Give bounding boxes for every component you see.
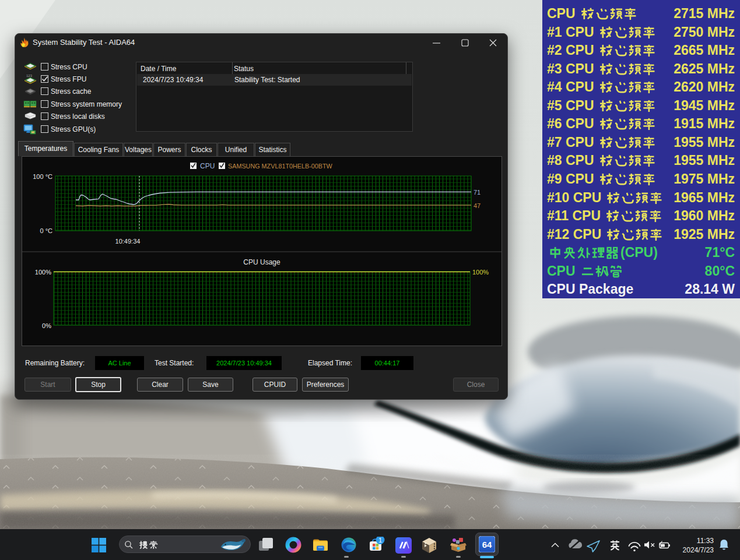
svg-text:100%: 100% [35, 269, 51, 276]
svg-text:100%: 100% [472, 269, 489, 276]
svg-text:64: 64 [482, 540, 492, 550]
svg-text:123: 123 [26, 74, 33, 78]
svg-text:10:49:34: 10:49:34 [115, 238, 141, 245]
svg-text:1: 1 [378, 537, 382, 544]
svg-text:CPU: CPU [200, 162, 215, 170]
svg-text:CPU Usage: CPU Usage [243, 258, 280, 266]
svg-text:SAMSUNG MZVL81T0HELB-00BTW: SAMSUNG MZVL81T0HELB-00BTW [228, 163, 333, 170]
svg-text:0%: 0% [42, 322, 51, 329]
svg-text:0 °C: 0 °C [40, 227, 52, 234]
svg-text:71: 71 [474, 189, 481, 196]
svg-text:100 °C: 100 °C [33, 173, 52, 180]
svg-text:47: 47 [474, 202, 481, 209]
